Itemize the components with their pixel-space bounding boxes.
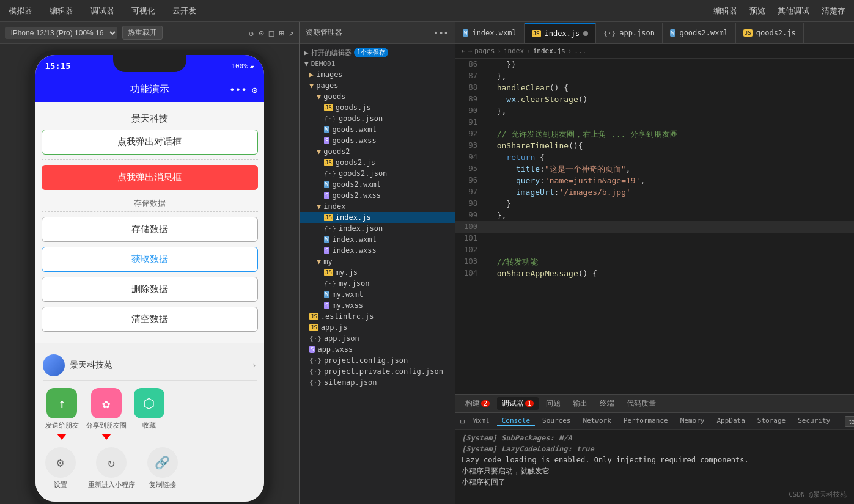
tree-item-my[interactable]: ▼ my (300, 256, 455, 267)
sub-tab-sources[interactable]: Sources (537, 416, 575, 426)
tree-item-eslintrc[interactable]: JS .eslintrc.js (300, 311, 455, 322)
tab-goods2-js[interactable]: JS goods2.js (736, 23, 804, 43)
tree-item-sitemap[interactable]: {·} sitemap.json (300, 377, 455, 388)
tree-item-index-wxml[interactable]: W index.wxml (300, 234, 455, 245)
debugger-toggle-icon[interactable]: ⊟ (460, 417, 465, 426)
toolbar-right-debug[interactable]: 其他调试 (774, 4, 813, 18)
sub-tab-performance[interactable]: Performance (619, 416, 673, 426)
toolbar-editor[interactable]: 编辑器 (46, 4, 77, 18)
record-icon[interactable]: ⊙ (259, 28, 263, 38)
toolbar-cloud[interactable]: 云开发 (169, 4, 200, 18)
store-data-button[interactable]: 存储数据 (42, 217, 258, 242)
tab-index-js[interactable]: JS index.js (525, 23, 597, 43)
chevron-down-icon: ▼ (304, 60, 309, 68)
tree-item-index-wxss[interactable]: S index.wxss (300, 245, 455, 256)
dialog-button[interactable]: 点我弹出对话框 (42, 130, 258, 155)
debug-tab-debugger[interactable]: 调试器1 (497, 397, 539, 410)
page-header: 功能演示 ••• ⊙ (35, 77, 264, 102)
clear-data-button[interactable]: 清空数据 (42, 307, 258, 332)
share-chevron-icon: › (252, 361, 256, 370)
hot-reload-button[interactable]: 热重载开 (122, 26, 163, 40)
code-line-101: 101 (455, 233, 854, 244)
js-badge-goods2: JS (324, 159, 333, 166)
tree-item-goods-json[interactable]: {·} goods.json (300, 113, 455, 124)
tree-item-index-json[interactable]: {·} index.json (300, 223, 455, 234)
open-editors-header[interactable]: ▶ 打开的编辑器 1个未保存 (300, 46, 455, 59)
tree-item-app-wxss[interactable]: S app.wxss (300, 344, 455, 355)
sub-tab-memory[interactable]: Memory (675, 416, 710, 426)
refresh-icon[interactable]: ↺ (249, 28, 254, 38)
debug-tab-issues[interactable]: 问题 (541, 397, 565, 410)
tree-item-goods2[interactable]: ▼ goods2 (300, 146, 455, 157)
explorer-panel: 资源管理器 ••• ▶ 打开的编辑器 1个未保存 ▼ DEMO01 ▶ imag… (300, 22, 455, 504)
root-folder-header[interactable]: ▼ DEMO01 (300, 59, 455, 69)
tree-item-my-json[interactable]: {·} my.json (300, 278, 455, 289)
tab-goods2-wxml[interactable]: W goods2.wxml (663, 23, 736, 43)
setting-item-reenter[interactable]: ↻ 重新进入小程序 (88, 447, 135, 489)
tree-item-app-json[interactable]: {·} app.json (300, 333, 455, 344)
tree-item-my-js[interactable]: JS my.js (300, 267, 455, 278)
my-wxss-label: my.wxss (332, 301, 363, 310)
sub-tab-network[interactable]: Network (578, 416, 616, 426)
debug-tab-build[interactable]: 构建2 (460, 397, 495, 410)
sub-tab-storage[interactable]: Storage (753, 416, 790, 426)
tree-item-index[interactable]: ▼ index (300, 201, 455, 212)
screenshot-icon[interactable]: ⊞ (279, 28, 284, 38)
breadcrumb-back-icon[interactable]: ← (462, 47, 466, 55)
toolbar-right-editor[interactable]: 编辑器 (710, 4, 741, 18)
device-icon[interactable]: □ (269, 28, 274, 38)
explorer-title: 资源管理器 (306, 27, 429, 38)
share-collect-item[interactable]: ⬡ 收藏 (134, 388, 164, 440)
header-share-icon[interactable]: ⊙ (252, 84, 258, 95)
tree-item-project-private[interactable]: {·} project.private.config.json (300, 366, 455, 377)
message-button[interactable]: 点我弹出消息框 (42, 165, 258, 190)
tree-item-project-config[interactable]: {·} project.config.json (300, 355, 455, 366)
sub-tab-wxml[interactable]: Wxml (468, 416, 495, 426)
tree-item-goods2-wxss[interactable]: S goods2.wxss (300, 190, 455, 201)
tree-item-my-wxml[interactable]: W my.wxml (300, 289, 455, 300)
sub-tab-console[interactable]: Console (497, 416, 535, 426)
device-selector[interactable]: iPhone 12/13 (Pro) 100% 16 (5, 27, 117, 39)
tree-item-goods[interactable]: ▼ goods (300, 91, 455, 102)
share-to-moments-item[interactable]: ✿ 分享到朋友圈 (86, 388, 127, 440)
forward-icon[interactable]: ↗ (289, 28, 294, 38)
tree-item-goods2-wxml[interactable]: W goods2.wxml (300, 179, 455, 190)
tree-item-images[interactable]: ▶ images (300, 69, 455, 80)
tab-index-wxml[interactable]: W index.wxml (455, 23, 525, 43)
tab-app-json[interactable]: {·} app.json (596, 23, 663, 43)
toolbar-visual[interactable]: 可视化 (128, 4, 159, 18)
explorer-more-icon[interactable]: ••• (433, 28, 449, 38)
tree-item-my-wxss[interactable]: S my.wxss (300, 300, 455, 311)
tree-item-goods2-js[interactable]: JS goods2.js (300, 157, 455, 168)
delete-data-button[interactable]: 删除数据 (42, 277, 258, 302)
tree-item-goods-wxml[interactable]: W goods.wxml (300, 124, 455, 135)
get-data-button[interactable]: 获取数据 (42, 247, 258, 272)
toolbar-debugger[interactable]: 调试器 (87, 4, 118, 18)
toolbar-right-clear[interactable]: 清楚存 (818, 4, 849, 18)
sub-tab-security[interactable]: Security (793, 416, 835, 426)
breadcrumb-forward-icon[interactable]: → (468, 47, 473, 55)
code-line-92: 92 // 允许发送到朋友圈，右上角 ... 分享到朋友圈 (455, 128, 854, 140)
project-private-label: project.private.config.json (324, 367, 443, 376)
pages-folder-label: pages (316, 81, 338, 90)
folder-open-icon: ▼ (309, 81, 314, 90)
tree-item-index-js[interactable]: JS index.js (300, 212, 455, 223)
header-more-icon[interactable]: ••• (229, 84, 247, 95)
tree-item-app-js[interactable]: JS app.js (300, 322, 455, 333)
debug-tab-quality[interactable]: 代码质量 (622, 397, 661, 410)
tree-item-goods2-json[interactable]: {·} goods2.json (300, 168, 455, 179)
tree-item-goods-js[interactable]: JS goods.js (300, 102, 455, 113)
setting-item-copy[interactable]: 🔗 复制链接 (147, 447, 178, 489)
toolbar-simulator[interactable]: 模拟器 (5, 4, 36, 18)
tree-item-goods-wxss[interactable]: S goods.wxss (300, 135, 455, 146)
tree-item-pages[interactable]: ▼ pages (300, 80, 455, 91)
console-input[interactable] (845, 416, 854, 427)
debug-tab-output[interactable]: 输出 (568, 397, 592, 410)
toolbar-right-preview[interactable]: 预览 (746, 4, 769, 18)
phone-frame: 15:15 100% ▰ 功能演示 ••• ⊙ 景天科技 点我弹出对话框 (31, 50, 269, 504)
share-to-friend-item[interactable]: ↑ 发送给朋友 (45, 388, 79, 440)
sub-tab-appdata[interactable]: AppData (712, 416, 749, 426)
setting-item-settings[interactable]: ⚙ 设置 (45, 447, 76, 489)
debug-tab-terminal[interactable]: 终端 (595, 397, 619, 410)
code-editor-area[interactable]: 86 }) 87 }, 88 handleClear() { 89 wx.c (455, 59, 854, 394)
